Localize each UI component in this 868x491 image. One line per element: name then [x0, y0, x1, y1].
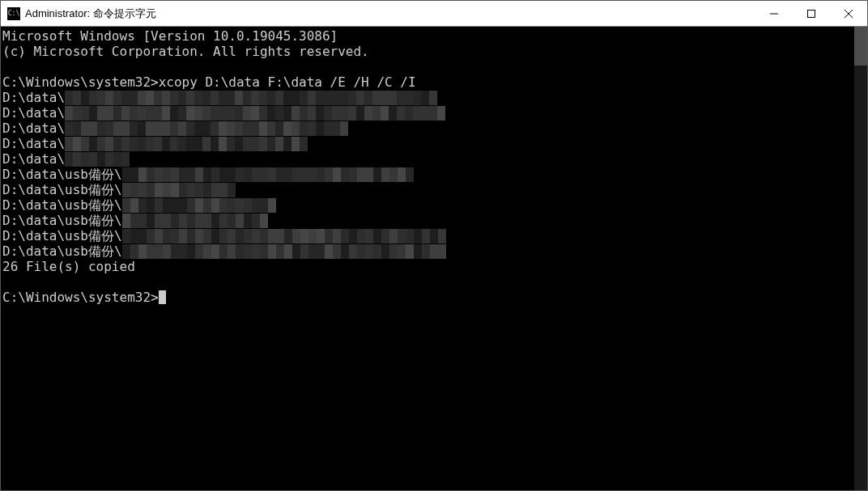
cursor [159, 290, 166, 304]
client-area: Microsoft Windows [Version 10.0.19045.30… [1, 27, 867, 490]
redacted-text [122, 183, 236, 197]
output-line: D:\data\ [2, 90, 854, 105]
output-line: 26 File(s) copied [2, 259, 854, 274]
redacted-text [65, 121, 348, 136]
prompt-line: C:\Windows\system32> [2, 290, 854, 305]
output-line: D:\data\usb備份\ [2, 182, 854, 197]
output-line: Microsoft Windows [Version 10.0.19045.30… [2, 28, 854, 44]
cmd-window: C:\ Administrator: 命令提示字元 Microsoft Wind… [0, 0, 868, 491]
redacted-text [65, 91, 437, 105]
scrollbar[interactable] [854, 27, 867, 490]
scrollbar-thumb[interactable] [854, 27, 867, 66]
redacted-text [122, 198, 276, 213]
minimize-button[interactable] [755, 1, 793, 26]
output-line: C:\Windows\system32>xcopy D:\data F:\dat… [2, 74, 854, 90]
titlebar[interactable]: C:\ Administrator: 命令提示字元 [1, 1, 867, 27]
maximize-button[interactable] [793, 1, 830, 26]
close-button[interactable] [830, 1, 867, 26]
redacted-text [65, 137, 308, 151]
output-line: D:\data\usb備份\ [2, 167, 854, 182]
redacted-text [122, 214, 268, 228]
redacted-text [122, 244, 446, 259]
cmd-icon: C:\ [7, 7, 20, 20]
output-line: D:\data\ [2, 136, 854, 151]
output-line: D:\data\usb備份\ [2, 197, 854, 213]
output-line [2, 274, 854, 290]
output-line [2, 59, 854, 74]
redacted-text [65, 106, 445, 121]
redacted-text [65, 152, 130, 167]
output-line: D:\data\usb備份\ [2, 243, 854, 259]
terminal-output[interactable]: Microsoft Windows [Version 10.0.19045.30… [1, 27, 854, 490]
output-line: D:\data\ [2, 151, 854, 167]
output-line: (c) Microsoft Corporation. All rights re… [2, 44, 854, 59]
output-line: D:\data\usb備份\ [2, 228, 854, 243]
redacted-text [122, 229, 446, 243]
window-title: Administrator: 命令提示字元 [25, 6, 156, 21]
output-line: D:\data\ [2, 105, 854, 121]
output-line: D:\data\ [2, 121, 854, 136]
output-line: D:\data\usb備份\ [2, 213, 854, 228]
redacted-text [122, 167, 414, 182]
svg-rect-1 [808, 10, 815, 17]
